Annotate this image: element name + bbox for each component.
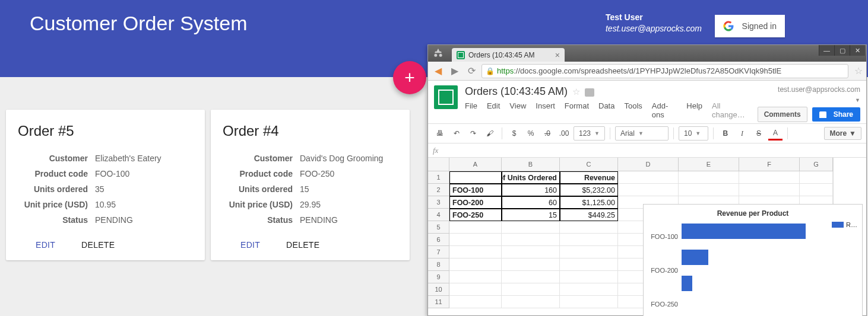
col-G[interactable]: G [800,158,833,171]
cell-G1[interactable] [800,171,833,184]
cell-B4[interactable]: 15 [502,209,560,221]
cell-B9[interactable] [502,271,560,283]
cell-A2[interactable]: FOO-100 [449,184,502,196]
cell-C8[interactable] [560,258,618,271]
revenue-chart[interactable]: Revenue per Product R… FOO-100FOO-200FOO… [643,204,863,316]
cell-A9[interactable] [449,271,502,283]
doc-title[interactable]: Orders (10:43:45 AM) [465,85,568,98]
font-size-select[interactable]: 10▼ [679,126,708,141]
font-family-select[interactable]: Arial▼ [615,126,669,141]
cell-B1[interactable]: SUM of Units Ordered [502,171,560,184]
window-minimize-button[interactable]: — [819,45,834,56]
cell-D1[interactable] [618,171,679,184]
menu-view[interactable]: View [509,101,526,119]
menu-help[interactable]: Help [686,101,702,119]
delete-button[interactable]: DELETE [81,240,115,250]
add-order-fab[interactable]: + [393,61,426,94]
cell-B7[interactable] [502,246,560,258]
menu-insert[interactable]: Insert [536,101,555,119]
row-header[interactable]: 5 [428,221,449,234]
redo-icon[interactable]: ↷ [466,126,480,141]
cell-B5[interactable] [502,221,560,234]
cell-C3[interactable]: $1,125.00 [560,196,618,209]
cell-A3[interactable]: FOO-200 [449,196,502,209]
signin-chip[interactable]: Signed in [715,15,785,37]
toolbar-more-button[interactable]: More▼ [824,127,861,140]
window-maximize-button[interactable]: ▢ [834,45,850,56]
col-A[interactable]: A [449,158,502,171]
cell-A6[interactable] [449,234,502,246]
decrease-decimal[interactable]: .0 [540,126,555,141]
edit-button[interactable]: EDIT [240,240,260,250]
cell-A11[interactable] [449,296,502,308]
browser-tab[interactable]: Orders (10:43:45 AM × [452,48,565,62]
cell-F1[interactable] [739,171,800,184]
cell-A1[interactable] [449,171,502,184]
row-header[interactable]: 6 [428,234,449,246]
row-header[interactable]: 9 [428,271,449,283]
cell-C11[interactable] [560,296,618,308]
cell-C5[interactable] [560,221,618,234]
cell-A8[interactable] [449,258,502,271]
cell-B6[interactable] [502,234,560,246]
row-header[interactable]: 11 [428,296,449,308]
cell-B2[interactable]: 160 [502,184,560,196]
sheets-logo-icon[interactable] [434,85,458,109]
cell-D2[interactable] [618,184,679,196]
cell-E2[interactable] [679,184,739,196]
menu-format[interactable]: Format [565,101,589,119]
col-E[interactable]: E [679,158,739,171]
cell-C6[interactable] [560,234,618,246]
paint-format-icon[interactable]: 🖌 [483,126,497,141]
menu-tools[interactable]: Tools [624,101,642,119]
cell-C9[interactable] [560,271,618,283]
cell-C2[interactable]: $5,232.00 [560,184,618,196]
cell-C1[interactable]: Revenue [560,171,618,184]
undo-icon[interactable]: ↶ [449,126,464,141]
col-B[interactable]: B [502,158,560,171]
row-header[interactable]: 7 [428,246,449,258]
text-color-button[interactable]: A [768,126,783,141]
cell-A4[interactable]: FOO-250 [449,209,502,221]
strike-button[interactable]: S [752,126,766,141]
browser-titlebar[interactable]: Orders (10:43:45 AM × — ▢ ✕ [428,45,866,62]
nav-back-icon[interactable]: ◀ [432,65,445,78]
row-header[interactable]: 10 [428,283,449,296]
col-C[interactable]: C [560,158,618,171]
print-icon[interactable]: 🖶 [433,126,447,141]
nav-forward-icon[interactable]: ▶ [448,65,461,78]
italic-button[interactable]: I [735,126,749,141]
menu-file[interactable]: File [465,101,477,119]
bookmark-star-icon[interactable]: ☆ [854,65,863,76]
menu-addons[interactable]: Add-ons [652,101,677,119]
doc-star-icon[interactable]: ☆ [572,87,580,97]
cell-G2[interactable] [800,184,833,196]
number-format-select[interactable]: 123▼ [574,126,605,141]
row-header[interactable]: 3 [428,196,449,209]
share-button[interactable]: Share [812,107,860,122]
cell-C7[interactable] [560,246,618,258]
window-close-button[interactable]: ✕ [850,45,865,56]
menu-edit[interactable]: Edit [487,101,500,119]
formula-bar[interactable]: fx [428,143,866,158]
delete-button[interactable]: DELETE [286,240,319,250]
row-header[interactable]: 2 [428,184,449,196]
cell-F2[interactable] [739,184,800,196]
cell-A10[interactable] [449,283,502,296]
address-bar[interactable]: 🔒 https://docs.google.com/spreadsheets/d… [481,64,848,78]
cell-C10[interactable] [560,283,618,296]
cell-E1[interactable] [679,171,739,184]
cell-B3[interactable]: 60 [502,196,560,209]
format-currency[interactable]: $ [507,126,521,141]
doc-folder-icon[interactable] [585,88,594,97]
menu-data[interactable]: Data [598,101,614,119]
edit-button[interactable]: EDIT [36,240,55,250]
comments-button[interactable]: Comments [758,107,807,122]
format-percent[interactable]: % [524,126,538,141]
row-header[interactable]: 1 [428,171,449,184]
nav-reload-icon[interactable]: ⟳ [465,65,478,78]
cell-B11[interactable] [502,296,560,308]
tab-close-icon[interactable]: × [555,50,560,60]
cell-C4[interactable]: $449.25 [560,209,618,221]
cell-B10[interactable] [502,283,560,296]
